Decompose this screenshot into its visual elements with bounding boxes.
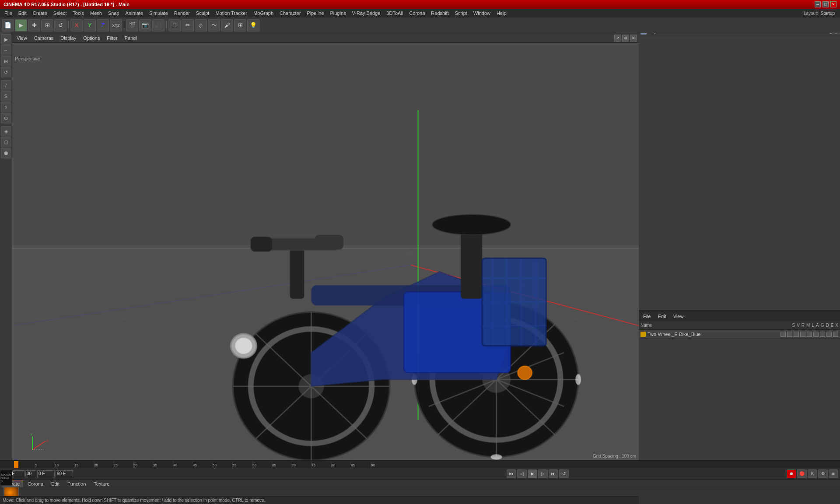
timeline-btn[interactable]: ≡ (829, 469, 838, 478)
vp-menu-display[interactable]: Display (58, 35, 79, 42)
maximize-button[interactable]: □ (822, 1, 829, 7)
frame-playhead[interactable] (37, 470, 55, 477)
minimize-button[interactable]: ─ (815, 1, 821, 7)
menu-plugins[interactable]: Plugins (327, 10, 348, 17)
attr-dot7[interactable] (820, 332, 825, 337)
menu-snap[interactable]: Snap (105, 10, 122, 17)
tool-bulb[interactable]: 💡 (247, 19, 259, 32)
motion-btn[interactable]: ⚙ (818, 469, 828, 478)
tool-poly[interactable]: ◇ (195, 19, 207, 32)
tab-texture[interactable]: Texture (90, 480, 113, 487)
side-loop[interactable]: ⊙ (1, 113, 11, 123)
menu-redshift[interactable]: Redshift (428, 10, 451, 17)
timeline-cursor[interactable] (14, 461, 18, 468)
attr-dot9[interactable] (833, 332, 838, 337)
vp-menu-cameras[interactable]: Cameras (32, 35, 56, 42)
attr-dot1[interactable] (780, 332, 786, 337)
side-mesh2[interactable]: ⬡ (1, 137, 11, 147)
side-select[interactable]: ▶ (1, 34, 11, 45)
side-s[interactable]: S (1, 91, 11, 102)
menu-character[interactable]: Character (277, 10, 303, 17)
vp-icon-expand[interactable]: ↗ (614, 35, 621, 42)
transport-loop[interactable]: ↺ (559, 469, 569, 478)
tool-move[interactable]: ✚ (28, 19, 40, 32)
transport-next-key[interactable]: ▷ (538, 469, 548, 478)
tool-pen[interactable]: ✏ (182, 19, 194, 32)
side-scale[interactable]: ⊞ (1, 56, 11, 66)
vp-menu-options[interactable]: Options (80, 35, 102, 42)
menu-3dtoall[interactable]: 3DToAll (384, 10, 406, 17)
key-btn[interactable]: K (808, 469, 817, 478)
vp-menu-view[interactable]: View (14, 35, 30, 42)
tool-xyz[interactable]: XYZ (110, 19, 122, 32)
menu-window[interactable]: Window (471, 10, 493, 17)
menu-simulate[interactable]: Simulate (147, 10, 171, 17)
tool-spline[interactable]: 〜 (208, 19, 220, 32)
timeline-ruler[interactable]: 0 5 10 15 20 25 30 35 40 45 50 55 60 65 … (0, 461, 840, 468)
menu-script[interactable]: Script (452, 10, 470, 17)
frame-end[interactable] (56, 470, 73, 477)
menu-help[interactable]: Help (494, 10, 509, 17)
tool-rotate[interactable]: ↺ (54, 19, 66, 32)
attr-dot2[interactable] (787, 332, 792, 337)
menu-sculpt[interactable]: Sculpt (193, 10, 212, 17)
titlebar-controls[interactable]: ─ □ ✕ (815, 1, 836, 7)
transport-play[interactable]: ▶ (528, 469, 537, 478)
auto-key[interactable]: 🔴 (797, 469, 807, 478)
tab-function[interactable]: Function (64, 480, 89, 487)
attr-dot5[interactable] (807, 332, 812, 337)
transport-goto-start[interactable]: ⏮ (507, 469, 516, 478)
tool-new[interactable]: 📄 (2, 19, 14, 32)
menu-mesh[interactable]: Mesh (88, 10, 105, 17)
attr-dot4[interactable] (800, 332, 805, 337)
menu-motion-tracker[interactable]: Motion Tracker (213, 10, 250, 17)
tool-scale[interactable]: ⊞ (41, 19, 53, 32)
side-mesh1[interactable]: ◈ (1, 126, 11, 136)
transport-goto-end[interactable]: ⏭ (549, 469, 558, 478)
viewport[interactable]: View Cameras Display Options Filter Pane… (12, 33, 639, 460)
attr-dot6[interactable] (813, 332, 819, 337)
vp-menu-filter[interactable]: Filter (104, 35, 120, 42)
attr-dot3[interactable] (794, 332, 799, 337)
tool-y[interactable]: Y (84, 19, 96, 32)
menu-tools[interactable]: Tools (70, 10, 87, 17)
rec-button[interactable]: ⏺ (787, 469, 796, 478)
menu-mograph[interactable]: MoGraph (251, 10, 276, 17)
tool-film[interactable]: 🎬 (126, 19, 138, 32)
frame-rate-input[interactable] (25, 470, 36, 477)
side-rotate[interactable]: ↺ (1, 67, 11, 77)
menu-vray[interactable]: V-Ray Bridge (350, 10, 383, 17)
tool-pointer[interactable]: ▶ (15, 19, 27, 32)
side-line[interactable]: / (1, 80, 11, 91)
menu-edit[interactable]: Edit (16, 10, 29, 17)
attr-dot8[interactable] (826, 332, 832, 337)
menu-file[interactable]: File (2, 10, 15, 17)
menu-select[interactable]: Select (51, 10, 70, 17)
side-move[interactable]: ↔ (1, 45, 11, 56)
side-s2[interactable]: $ (1, 102, 11, 112)
transport-prev-key[interactable]: ◁ (517, 469, 527, 478)
attr-menu-edit[interactable]: Edit (655, 313, 669, 320)
tool-z[interactable]: Z (97, 19, 109, 32)
tool-paint[interactable]: 🖌 (221, 19, 233, 32)
tool-render1[interactable]: 📷 (139, 19, 151, 32)
tab-corona[interactable]: Corona (24, 480, 47, 487)
tool-grid[interactable]: ⊞ (234, 19, 246, 32)
vp-icon-close[interactable]: ✕ (630, 35, 637, 42)
tool-x[interactable]: X (70, 19, 83, 32)
menu-render[interactable]: Render (172, 10, 192, 17)
attr-menu-file[interactable]: File (640, 313, 654, 320)
close-button[interactable]: ✕ (830, 1, 836, 7)
viewport-3d[interactable]: Perspective Grid Spacing : 100 cm X Y (12, 43, 639, 460)
side-mesh3[interactable]: ⬢ (1, 148, 11, 158)
menu-pipeline[interactable]: Pipeline (304, 10, 326, 17)
menu-create[interactable]: Create (30, 10, 50, 17)
tool-render2[interactable]: 🎥 (152, 19, 164, 32)
attr-menu-view[interactable]: View (671, 313, 686, 320)
menu-corona[interactable]: Corona (406, 10, 427, 17)
tab-edit[interactable]: Edit (48, 480, 63, 487)
vp-menu-panel[interactable]: Panel (122, 35, 140, 42)
tool-cube[interactable]: □ (168, 19, 181, 32)
vp-icon-settings[interactable]: ⚙ (622, 35, 629, 42)
attr-row-bike[interactable]: Two-Wheel_E-Bike_Blue (639, 330, 840, 339)
